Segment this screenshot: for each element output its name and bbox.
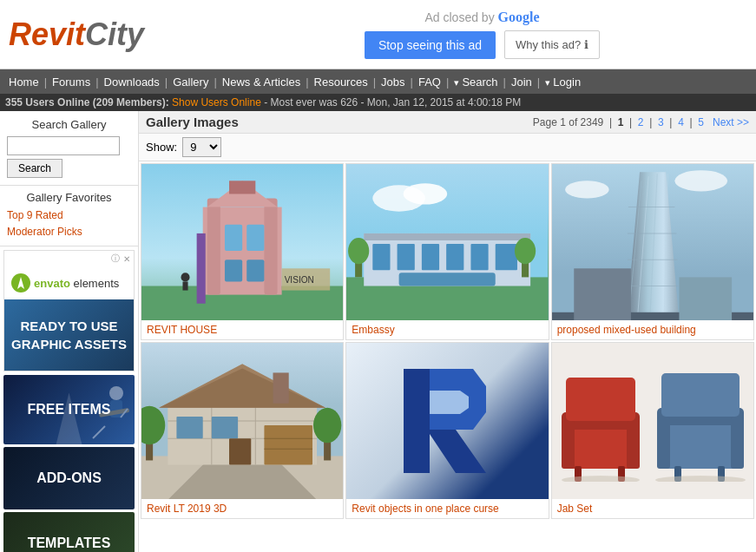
svg-rect-14 [247,225,264,251]
nav-jobs[interactable]: Jobs [376,76,410,89]
svg-point-40 [565,181,609,198]
svg-rect-33 [496,244,517,270]
svg-line-4 [93,426,105,438]
fav-moderator-picks[interactable]: Moderator Picks [7,224,131,240]
ad-info-icon[interactable]: ⓘ [111,253,120,265]
user-count: 355 Users Online (209 Members): [5,96,169,108]
svg-rect-52 [679,277,732,320]
why-this-ad-button[interactable]: Why this ad? ℹ [504,30,600,59]
page-link-4[interactable]: 4 [678,116,684,128]
svg-point-24 [404,183,448,204]
nav-login-dropdown[interactable]: Login [540,76,586,89]
svg-text:VISION: VISION [285,275,314,285]
svg-rect-83 [566,378,635,421]
pagination: Page 1 of 2349 | 1 | 2 | 3 | 4 | 5 Next … [533,116,749,128]
gallery-image-3 [552,164,753,320]
svg-rect-31 [446,244,463,270]
info-icon: ℹ [584,38,588,51]
gallery-image-2 [346,164,548,320]
templates-promo[interactable]: TEMPLATES [3,512,135,552]
page-link-5[interactable]: 5 [698,116,704,128]
show-label: Show: [146,141,177,154]
header: RevitCity Ad closed by Google Stop seein… [0,0,756,69]
page-link-next[interactable]: Next >> [713,116,749,128]
google-brand: Google [498,10,540,24]
svg-point-1 [109,386,123,400]
svg-rect-10 [264,198,277,294]
gallery-item-3[interactable]: proposed mixed-used building [551,163,754,340]
svg-rect-53 [574,268,631,320]
svg-rect-34 [399,273,496,286]
free-items-label: FREE ITEMS [27,402,110,417]
status-suffix: - Most ever was 626 - Mon, Jan 12, 2015 … [264,96,521,108]
svg-rect-90 [661,373,740,417]
nav-home[interactable]: Home [3,76,44,89]
free-items-promo[interactable]: FREE ITEMS [3,375,135,444]
content-area: Gallery Images Page 1 of 2349 | 1 | 2 | … [139,111,756,552]
svg-rect-15 [225,260,242,281]
revit-lt-image [141,343,343,499]
revit-r-icon [386,360,508,482]
svg-rect-17 [197,233,206,304]
svg-rect-82 [627,421,640,469]
gallery-item-4[interactable]: Revit LT 2019 3D [141,342,344,519]
show-users-link[interactable]: Show Users Online [172,96,261,108]
page-link-1[interactable]: 1 [618,116,624,128]
nav-resources[interactable]: Resources [309,76,373,89]
nav-forums[interactable]: Forums [47,76,95,89]
gallery-image-5 [346,343,548,499]
svg-rect-12 [229,181,255,194]
svg-rect-81 [562,421,575,469]
sidebar-ad-banner: ⓘ ✕ envato elements READY TO USE GRAPHIC… [3,250,135,371]
gallery-item-1[interactable]: VISION REVIT HOUSE [141,163,344,340]
envato-icon [11,273,30,292]
svg-point-18 [181,273,189,281]
ad-top-bar: ⓘ ✕ [4,251,134,266]
nav-faq[interactable]: FAQ [413,76,446,89]
jab-set-image [557,343,748,482]
svg-point-74 [313,408,341,443]
page-link-3[interactable]: 3 [658,116,664,128]
add-ons-label: ADD-ONS [36,470,102,486]
search-input[interactable] [7,136,120,155]
gallery-item-6-label[interactable]: Jab Set [552,499,753,518]
sidebar-search-section: Search Gallery Search [0,111,138,186]
gallery-item-5[interactable]: Revit objects in one place curse [345,342,549,519]
gallery-item-4-label[interactable]: Revit LT 2019 3D [141,499,343,518]
svg-rect-89 [731,417,744,469]
gallery-item-2-label[interactable]: Embassy [346,320,548,339]
nav-news-articles[interactable]: News & Articles [217,76,306,89]
svg-rect-19 [182,281,187,290]
svg-rect-16 [247,260,264,281]
nav-search-dropdown[interactable]: Search [449,76,503,89]
svg-rect-64 [264,425,312,464]
sidebar-search-title: Search Gallery [7,118,131,131]
svg-point-38 [515,238,536,264]
svg-rect-9 [207,198,220,294]
gallery-item-2[interactable]: Embassy [345,163,549,340]
gallery-image-1: VISION [141,164,343,320]
show-select[interactable]: 9 18 27 [182,137,221,157]
revit-house-image: VISION [141,164,343,320]
logo-area: RevitCity [0,16,208,53]
add-ons-promo[interactable]: ADD-ONS [3,447,135,509]
gallery-item-6[interactable]: Jab Set [551,342,754,519]
stop-seeing-ad-button[interactable]: Stop seeing this ad [365,31,496,59]
nav-downloads[interactable]: Downloads [99,76,165,89]
page-link-2[interactable]: 2 [638,116,644,128]
nav-gallery[interactable]: Gallery [168,76,214,89]
gallery-item-5-label[interactable]: Revit objects in one place curse [346,499,548,518]
site-logo[interactable]: RevitCity [9,16,208,53]
ad-graphic-text[interactable]: READY TO USE GRAPHIC ASSETS [4,299,134,371]
sidebar: Search Gallery Search Gallery Favorites … [0,111,139,552]
svg-rect-27 [365,233,531,240]
ad-close-x[interactable]: ✕ [123,254,130,264]
page-of-total: Page 1 of 2349 [533,116,603,128]
gallery-item-3-label[interactable]: proposed mixed-used building [552,320,753,339]
tower-image [552,164,753,320]
search-button[interactable]: Search [7,159,62,178]
svg-rect-28 [373,244,391,270]
fav-top-rated[interactable]: Top 9 Rated [7,207,131,224]
nav-join[interactable]: Join [506,76,537,89]
gallery-item-1-label[interactable]: REVIT HOUSE [141,320,343,339]
